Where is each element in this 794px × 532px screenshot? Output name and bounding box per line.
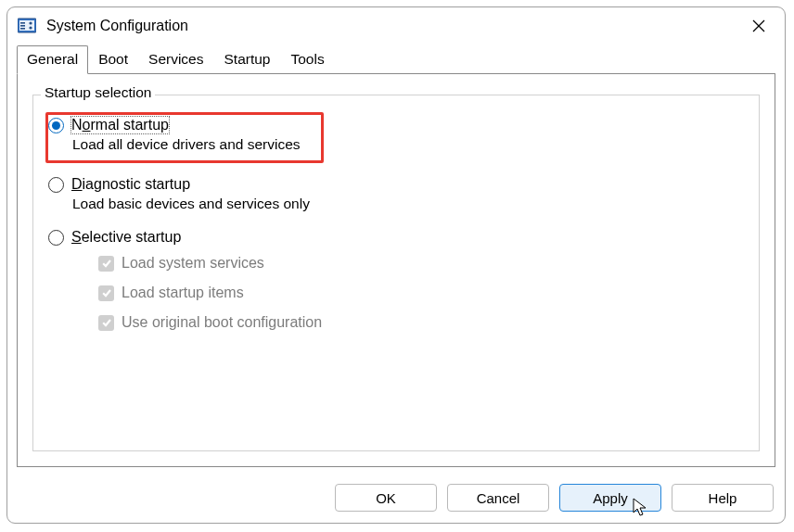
checkbox-icon [98,256,114,272]
desc-diagnostic-startup: Load basic devices and services only [72,196,744,212]
cancel-button[interactable]: Cancel [447,484,549,512]
app-icon [17,16,37,36]
check-use-original-boot-config: Use original boot configuration [98,314,744,331]
tab-boot[interactable]: Boot [88,45,138,74]
highlight-box: Normal startup Load all device drivers a… [45,112,324,163]
mouse-cursor-icon [633,498,649,518]
check-load-startup-items: Load startup items [98,285,744,301]
system-configuration-window: System Configuration General Boot Servic… [6,6,786,524]
window-title: System Configuration [46,18,740,34]
tab-general[interactable]: General [17,45,88,74]
tab-panel: Startup selection Normal startup Load al… [17,73,775,467]
ok-button[interactable]: OK [335,484,437,512]
tab-services[interactable]: Services [138,45,213,74]
label-diagnostic-startup[interactable]: Diagnostic startup [71,176,190,193]
tab-row: General Boot Services Startup Tools [7,44,785,73]
radio-selective-startup[interactable] [48,230,64,246]
checkbox-icon [98,315,114,331]
check-load-system-services: Load system services [98,255,744,272]
help-button[interactable]: Help [672,484,774,512]
radio-normal-startup[interactable] [48,118,64,133]
startup-selection-group: Startup selection Normal startup Load al… [32,95,760,451]
radio-diagnostic-startup[interactable] [48,177,64,193]
svg-point-6 [29,26,32,29]
svg-rect-2 [20,22,25,24]
apply-button[interactable]: Apply [559,484,661,512]
label-normal-startup[interactable]: Normal startup [71,117,169,133]
tab-tools[interactable]: Tools [280,45,334,74]
svg-rect-4 [20,28,25,30]
close-button[interactable] [740,11,777,41]
dialog-buttons: OK Cancel Apply Help [7,476,785,523]
desc-normal-startup: Load all device drivers and services [72,136,301,153]
svg-rect-3 [20,25,25,27]
titlebar: System Configuration [7,7,785,44]
checkbox-icon [98,285,114,301]
svg-point-5 [29,21,32,24]
tab-startup[interactable]: Startup [213,45,280,74]
label-selective-startup[interactable]: Selective startup [71,229,181,246]
close-icon [752,19,765,32]
group-label: Startup selection [41,84,155,101]
